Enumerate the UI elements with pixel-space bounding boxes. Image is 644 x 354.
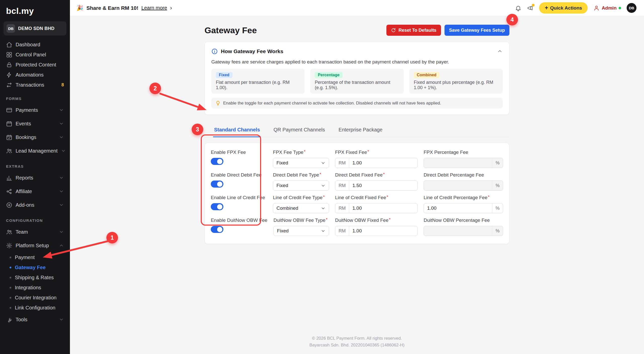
admin-menu[interactable]: Admin (593, 5, 621, 11)
sidebar-item-bookings[interactable]: Bookings (4, 130, 66, 144)
zap-icon (6, 72, 12, 78)
bar-chart-icon (6, 175, 12, 181)
sidebar-item-addons[interactable]: Add-ons (4, 198, 66, 212)
bullet-dot-active (10, 267, 11, 268)
fpx-fee-type-select[interactable]: Fixed (273, 158, 329, 168)
learn-more-link[interactable]: Learn more (141, 5, 167, 11)
line-of-credit-percentage-fee-field: Line of Credit Percentage Fee % (424, 195, 503, 213)
fee-row-direct-debit: Enable Direct Debit Fee Direct Debit Fee… (211, 172, 503, 191)
topbar-actions: + Quick Actions Admin DB (515, 2, 636, 14)
direct-debit-fee-type-field: Direct Debit Fee Type Fixed (273, 172, 329, 191)
notification-dot (532, 4, 535, 7)
company-registration-text: Bayarcash Sdn. Bhd. 202201040365 (148606… (70, 342, 644, 348)
info-icon (211, 48, 218, 55)
sidebar-item-gateway-fee[interactable]: Gateway Fee (4, 262, 66, 272)
sidebar-item-integrations[interactable]: Integrations (4, 282, 66, 293)
duitnow-obw-percentage-fee-group: % (424, 226, 503, 236)
main-area: 🎉 Share & Earn RM 10! Learn more › + Qui… (70, 0, 644, 354)
fpx-fixed-fee-input[interactable] (349, 158, 417, 168)
notifications-button[interactable] (515, 5, 521, 11)
sidebar-nav: Dashboard Control Panel Protected Conten… (4, 40, 66, 326)
tab-qr-payment-channels[interactable]: QR Payment Channels (272, 123, 326, 137)
direct-debit-enable-toggle[interactable] (211, 181, 223, 188)
reset-to-defaults-button[interactable]: Reset To Defaults (386, 25, 441, 36)
direct-debit-percentage-fee-group: % (424, 181, 503, 191)
field-label: Direct Debit Percentage Fee (424, 172, 503, 178)
topbar: 🎉 Share & Earn RM 10! Learn more › + Qui… (70, 0, 644, 16)
chevron-down-icon (59, 108, 64, 113)
sidebar-item-courier-integration[interactable]: Courier Integration (4, 293, 66, 303)
channel-tabs: Standard Channels QR Payment Channels En… (205, 123, 509, 137)
plus-circle-icon (6, 202, 12, 208)
field-label: DuitNow OBW Percentage Fee (424, 218, 503, 223)
direct-debit-fixed-fee-field: Direct Debit Fixed Fee RM (335, 172, 418, 191)
sidebar: bcl.my DB DEMO SDN BHD Dashboard Control… (0, 0, 70, 354)
tab-standard-channels[interactable]: Standard Channels (213, 123, 261, 137)
org-switcher[interactable]: DB DEMO SDN BHD (4, 21, 66, 36)
field-label: DuitNow OBW Fee Type (273, 218, 329, 223)
sidebar-item-transactions[interactable]: Transactions 8 (4, 80, 66, 90)
toggle-label: Enable FPX Fee (211, 150, 267, 155)
line-of-credit-percentage-fee-group: % (424, 203, 503, 213)
sidebar-item-tools[interactable]: Tools (4, 313, 66, 326)
sidebar-item-reports[interactable]: Reports (4, 171, 66, 185)
sidebar-item-label: Shipping & Rates (15, 275, 54, 280)
duitnow-obw-fee-type-select[interactable]: Fixed (273, 226, 329, 236)
announcements-button[interactable] (527, 5, 534, 11)
fee-type-text: Fixed amount plus percentage (e.g. RM 1.… (414, 80, 498, 90)
info-card-title: How Gateway Fee Works (221, 48, 283, 54)
line-of-credit-fixed-fee-input[interactable] (349, 203, 417, 213)
percent-suffix: % (492, 203, 503, 213)
sidebar-item-control-panel[interactable]: Control Panel (4, 50, 66, 60)
currency-prefix: RM (335, 181, 349, 190)
sidebar-item-team[interactable]: Team (4, 225, 66, 239)
line-of-credit-fee-type-select[interactable]: Combined (273, 203, 329, 213)
user-avatar[interactable]: DB (627, 3, 636, 13)
line-of-credit-toggle-field: Enable Line of Credit Fee (211, 195, 267, 213)
save-gateway-fees-button[interactable]: Save Gateway Fees Setup (445, 25, 509, 36)
sidebar-item-payment[interactable]: Payment (4, 252, 66, 262)
sidebar-item-label: Control Panel (16, 52, 46, 58)
tab-enterprise-package[interactable]: Enterprise Package (338, 123, 384, 137)
currency-prefix: RM (335, 203, 349, 213)
sidebar-item-dashboard[interactable]: Dashboard (4, 40, 66, 50)
sidebar-item-label: Team (16, 229, 28, 235)
fpx-fixed-fee-group: RM (335, 158, 418, 168)
sidebar-item-events[interactable]: Events (4, 117, 66, 130)
transactions-badge: 8 (61, 82, 64, 88)
sidebar-item-protected-content[interactable]: Protected Content (4, 60, 66, 70)
sidebar-item-label: Platform Setup (16, 243, 49, 249)
bullet-dot (10, 287, 11, 289)
sidebar-item-shipping-rates[interactable]: Shipping & Rates (4, 272, 66, 282)
sidebar-item-link-configuration[interactable]: Link Configuration (4, 303, 66, 313)
duitnow-obw-enable-toggle[interactable] (211, 226, 223, 233)
field-label: FPX Fixed Fee (335, 150, 418, 155)
sidebar-item-automations[interactable]: Automations (4, 70, 66, 80)
sidebar-item-lead-management[interactable]: Lead Management (4, 144, 66, 158)
sidebar-item-platform-setup[interactable]: Platform Setup (4, 239, 66, 252)
line-of-credit-percentage-fee-input[interactable] (424, 203, 492, 213)
direct-debit-fee-type-select[interactable]: Fixed (273, 181, 329, 191)
direct-debit-fixed-fee-input[interactable] (349, 181, 417, 190)
fpx-percentage-fee-input (424, 158, 492, 168)
how-it-works-card: How Gateway Fee Works Gateway fees are s… (205, 42, 509, 115)
sidebar-item-label: Dashboard (16, 42, 40, 48)
fpx-enable-toggle[interactable] (211, 158, 223, 165)
percent-suffix: % (492, 181, 503, 190)
wrench-icon (6, 316, 12, 323)
lock-icon (6, 62, 12, 68)
chevron-down-icon (59, 189, 64, 194)
direct-debit-toggle-field: Enable Direct Debit Fee (211, 172, 267, 191)
line-of-credit-enable-toggle[interactable] (211, 203, 223, 210)
duitnow-obw-fixed-fee-input[interactable] (349, 226, 417, 236)
collapse-chevron-icon[interactable] (497, 49, 503, 54)
sidebar-item-affiliate[interactable]: Affiliate (4, 185, 66, 198)
lightbulb-icon (215, 100, 221, 106)
gear-icon (6, 242, 12, 249)
quick-actions-button[interactable]: + Quick Actions (539, 2, 587, 14)
sidebar-item-payments[interactable]: Payments (4, 103, 66, 117)
page-footer: © 2026 BCL Payment Form. All rights rese… (70, 335, 644, 348)
currency-prefix: RM (335, 226, 349, 236)
fpx-percentage-fee-group: % (424, 158, 503, 168)
fee-type-text: Flat amount per transaction (e.g. RM 1.0… (216, 80, 300, 90)
